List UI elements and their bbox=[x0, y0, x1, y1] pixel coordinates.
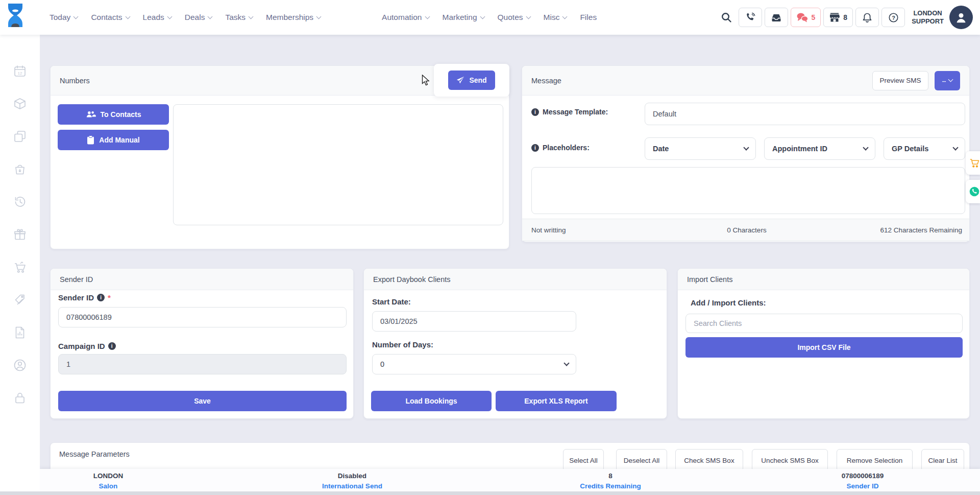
import-csv-label: Import CSV File bbox=[797, 343, 850, 351]
number-of-days-value: 0 bbox=[380, 360, 384, 368]
footer-sender-id-link[interactable]: Sender ID bbox=[842, 481, 884, 491]
nav-item-automation[interactable]: Automation bbox=[382, 13, 429, 22]
cart-widget[interactable] bbox=[966, 151, 980, 175]
remove-selection-button[interactable]: Remove Selection bbox=[837, 449, 913, 472]
preview-sms-button[interactable]: Preview SMS bbox=[872, 71, 928, 90]
check-sms-box-button[interactable]: Check SMS Box bbox=[675, 449, 743, 472]
sidebar-user-icon[interactable] bbox=[13, 359, 27, 372]
uncheck-sms-box-button[interactable]: Uncheck SMS Box bbox=[752, 449, 828, 472]
sidebar-history-icon[interactable] bbox=[13, 195, 27, 208]
salon-link[interactable]: Salon bbox=[93, 481, 124, 491]
phone-widget[interactable] bbox=[966, 180, 980, 203]
sidebar-shopping-bag-icon[interactable] bbox=[13, 162, 27, 176]
store-icon bbox=[829, 12, 840, 22]
nav-item-memberships[interactable]: Memberships bbox=[266, 13, 321, 22]
sender-id-title: Sender ID bbox=[60, 275, 93, 284]
user-avatar[interactable] bbox=[949, 6, 973, 29]
footer-credits-group: 8 Credits Remaining bbox=[580, 471, 641, 491]
nav-item-contacts[interactable]: Contacts bbox=[91, 13, 129, 22]
nav-item-misc[interactable]: Misc bbox=[544, 13, 567, 22]
person-icon bbox=[954, 11, 968, 24]
footer-sender-id-group: 07800006189 Sender ID bbox=[842, 471, 884, 491]
nav-item-quotes[interactable]: Quotes bbox=[498, 13, 530, 22]
message-template-input[interactable] bbox=[645, 103, 965, 125]
nav-label: Quotes bbox=[498, 13, 523, 22]
search-clients-input[interactable] bbox=[685, 314, 963, 333]
sidebar-report-icon[interactable] bbox=[13, 326, 27, 339]
export-daybook-panel: Export Daybook Clients Start Date: Numbe… bbox=[363, 268, 667, 419]
store-button[interactable]: 8 bbox=[823, 8, 853, 27]
sidebar-lock-icon[interactable] bbox=[13, 391, 27, 405]
international-send-link[interactable]: International Send bbox=[322, 481, 382, 491]
campaign-id-input[interactable] bbox=[58, 354, 347, 374]
account-name: LONDON SUPPORT bbox=[912, 9, 944, 26]
save-button[interactable]: Save bbox=[58, 391, 347, 411]
nav-item-deals[interactable]: Deals bbox=[185, 13, 212, 22]
nav-item-marketing[interactable]: Marketing bbox=[443, 13, 484, 22]
message-title: Message bbox=[531, 77, 561, 85]
number-of-days-select[interactable]: 0 bbox=[372, 354, 576, 374]
message-textarea[interactable] bbox=[531, 167, 965, 214]
sidebar-gift-icon[interactable] bbox=[13, 228, 27, 241]
nav-item-leads[interactable]: Leads bbox=[143, 13, 172, 22]
svg-text:?: ? bbox=[892, 14, 895, 20]
help-button[interactable]: ? bbox=[881, 8, 905, 27]
placeholder-select-appointment[interactable]: Appointment ID bbox=[764, 137, 875, 160]
account-line2: SUPPORT bbox=[912, 17, 944, 26]
chevron-down-icon bbox=[562, 14, 568, 19]
nav-item-files[interactable]: Files bbox=[580, 13, 597, 22]
info-icon: i bbox=[531, 108, 539, 116]
add-import-clients-label: Add / Import Clients: bbox=[691, 298, 766, 307]
chevron-down-icon bbox=[425, 14, 430, 19]
sidebar-calendar-icon[interactable]: 12 bbox=[13, 64, 27, 78]
load-bookings-label: Load Bookings bbox=[405, 397, 457, 405]
load-bookings-button[interactable]: Load Bookings bbox=[371, 391, 492, 411]
sidebar-cube-icon[interactable] bbox=[13, 97, 27, 110]
placeholder-select-date[interactable]: Date bbox=[645, 137, 756, 160]
sidebar-copy-icon[interactable] bbox=[13, 130, 27, 143]
characters-remaining: 612 Characters Remaining bbox=[819, 226, 962, 234]
message-more-dropdown[interactable]: -- bbox=[935, 71, 960, 90]
footer-sender-id-value: 07800006189 bbox=[842, 471, 884, 481]
save-label: Save bbox=[194, 397, 211, 405]
select-all-button[interactable]: Select All bbox=[563, 449, 604, 472]
add-manual-button[interactable]: Add Manual bbox=[58, 130, 169, 150]
numbers-textarea[interactable] bbox=[173, 104, 503, 225]
chevron-down-icon bbox=[863, 145, 868, 150]
window-bottom-strip bbox=[0, 491, 980, 495]
nav-item-today[interactable]: Today bbox=[50, 13, 78, 22]
chevron-down-icon bbox=[167, 14, 172, 19]
nav-label: Tasks bbox=[225, 13, 246, 22]
remove-selection-label: Remove Selection bbox=[847, 457, 903, 464]
character-count: 0 Characters bbox=[675, 226, 818, 234]
uncheck-sms-box-label: Uncheck SMS Box bbox=[761, 457, 819, 464]
import-csv-button[interactable]: Import CSV File bbox=[685, 337, 963, 358]
placeholder-select-gp[interactable]: GP Details bbox=[884, 137, 965, 160]
send-label: Send bbox=[469, 76, 486, 84]
hourglass-logo-icon bbox=[5, 3, 26, 32]
phone-button[interactable] bbox=[739, 8, 762, 27]
export-xls-button[interactable]: Export XLS Report bbox=[496, 391, 617, 411]
nav-item-tasks[interactable]: Tasks bbox=[225, 13, 253, 22]
sidebar-tags-icon[interactable] bbox=[13, 293, 27, 307]
deselect-all-button[interactable]: Deselect All bbox=[616, 449, 667, 472]
start-date-input[interactable] bbox=[372, 311, 576, 332]
inbox-button[interactable] bbox=[765, 8, 788, 27]
preview-sms-label: Preview SMS bbox=[879, 77, 921, 84]
search-icon[interactable] bbox=[721, 12, 732, 23]
notifications-button[interactable] bbox=[855, 8, 879, 27]
account-line1: LONDON bbox=[912, 9, 944, 17]
export-daybook-panel-header: Export Daybook Clients bbox=[364, 269, 667, 290]
credits-remaining-link[interactable]: Credits Remaining bbox=[580, 481, 641, 491]
app-logo[interactable] bbox=[5, 3, 26, 32]
message-status-bar: Not writting 0 Characters 612 Characters… bbox=[522, 219, 969, 241]
credits-remaining-value: 8 bbox=[580, 471, 641, 481]
export-daybook-title: Export Daybook Clients bbox=[373, 275, 451, 284]
sender-id-input[interactable] bbox=[58, 307, 347, 327]
clear-list-button[interactable]: Clear List bbox=[921, 449, 964, 472]
sidebar-cart-icon[interactable] bbox=[13, 261, 27, 274]
campaign-id-label-text: Campaign ID bbox=[58, 342, 105, 350]
to-contacts-button[interactable]: To Contacts bbox=[58, 104, 169, 125]
chat-button[interactable]: 5 bbox=[791, 8, 821, 27]
send-button[interactable]: Send bbox=[448, 70, 495, 90]
